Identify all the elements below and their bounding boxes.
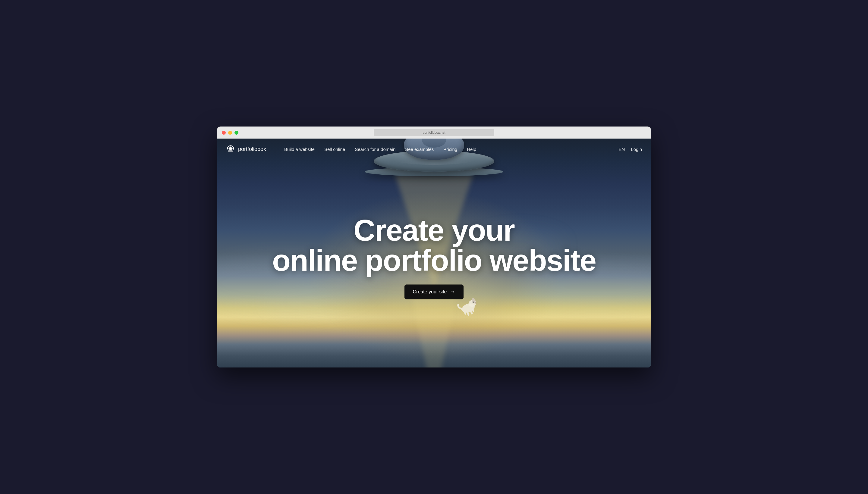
- svg-rect-6: [472, 309, 474, 312]
- language-selector[interactable]: EN: [618, 147, 625, 152]
- nav-search-domain[interactable]: Search for a domain: [355, 147, 395, 152]
- logo-text: portfoliobox: [238, 146, 266, 152]
- browser-window: portfoliobox.net: [217, 127, 651, 367]
- nav-help[interactable]: Help: [467, 147, 476, 152]
- nav-see-examples[interactable]: See examples: [405, 147, 434, 152]
- nav-links: Build a website Sell online Search for a…: [284, 147, 476, 152]
- nav-sell-online[interactable]: Sell online: [324, 147, 345, 152]
- address-bar[interactable]: portfoliobox.net: [374, 129, 494, 136]
- hero-title: Create your online portfolio website: [239, 215, 629, 275]
- cta-label: Create your site: [413, 289, 447, 294]
- page-content: portfoliobox Build a website Sell online…: [217, 138, 651, 367]
- close-button[interactable]: [222, 131, 226, 135]
- cta-arrow-icon: →: [450, 289, 455, 295]
- login-button[interactable]: Login: [631, 147, 642, 152]
- hero-title-line1: Create your: [353, 213, 515, 247]
- hero-title-line2: online portfolio website: [272, 243, 596, 277]
- create-site-button[interactable]: Create your site →: [404, 284, 464, 299]
- nav-pricing[interactable]: Pricing: [443, 147, 457, 152]
- hero-content: Create your online portfolio website Cre…: [239, 215, 629, 299]
- navbar: portfoliobox Build a website Sell online…: [217, 138, 651, 160]
- address-text: portfoliobox.net: [423, 131, 445, 134]
- hero-scene: portfoliobox Build a website Sell online…: [217, 138, 651, 367]
- logo-icon: [226, 145, 235, 154]
- maximize-button[interactable]: [235, 131, 238, 135]
- logo[interactable]: portfoliobox: [226, 145, 266, 154]
- minimize-button[interactable]: [228, 131, 232, 135]
- browser-chrome: portfoliobox.net: [217, 127, 651, 138]
- nav-right: EN Login: [618, 147, 642, 152]
- nav-build-website[interactable]: Build a website: [284, 147, 315, 152]
